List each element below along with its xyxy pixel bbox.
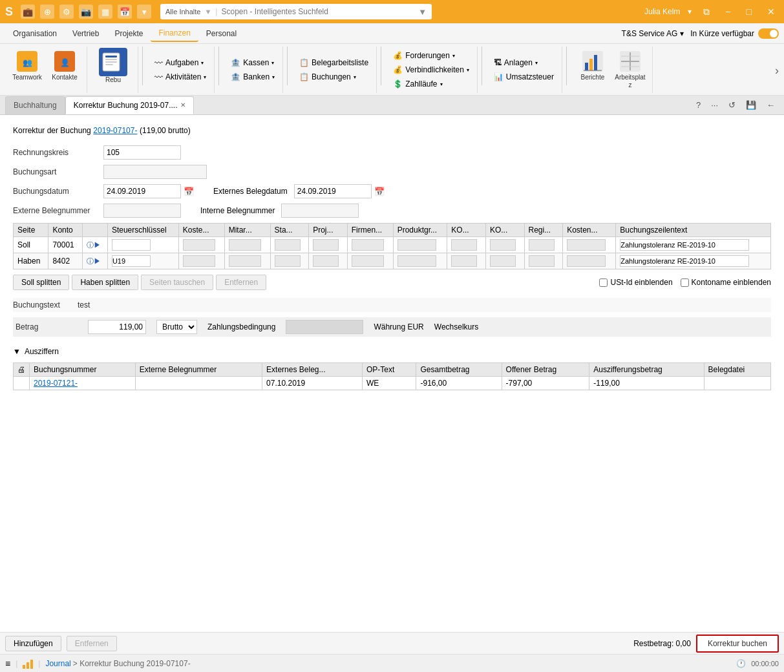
menu-organisation[interactable]: Organisation	[5, 26, 65, 41]
arow-buchungsnummer-link[interactable]: 2019-07121-	[34, 379, 78, 388]
ribbon-buchungen-button[interactable]: 📋 Buchungen ▾	[295, 70, 360, 84]
row1-mitar-input[interactable]	[229, 239, 261, 251]
menu-personal[interactable]: Personal	[198, 26, 244, 41]
interne-belegnummer-input[interactable]	[281, 204, 359, 218]
buchungsdatum-input[interactable]	[103, 184, 181, 198]
ribbon-umsatzsteuer-button[interactable]: 📊 Umsatzsteuer	[490, 70, 558, 84]
kontoname-checkbox[interactable]	[681, 278, 689, 287]
camera-icon[interactable]: 📷	[79, 5, 93, 19]
row1-produktgr-input[interactable]	[397, 239, 436, 251]
restore-button[interactable]: ⧉	[699, 6, 714, 17]
haben-splitten-button[interactable]: Haben splitten	[72, 275, 138, 290]
briefcase-icon[interactable]: 💼	[21, 5, 35, 19]
row1-proj-input[interactable]	[313, 239, 339, 251]
statusbar-menu-icon[interactable]: ≡	[5, 658, 10, 669]
ribbon-forderungen-button[interactable]: 💰 Forderungen ▾	[389, 48, 459, 63]
ribbon-rebu-button[interactable]: Rebu	[94, 47, 132, 85]
ribbon-kassen-button[interactable]: 🏦 Kassen ▾	[227, 56, 278, 70]
buchungsart-input[interactable]	[103, 165, 207, 179]
externe-belegnummer-input[interactable]	[103, 204, 181, 218]
row2-ko2-input[interactable]	[490, 255, 516, 267]
row1-icon[interactable]: ⓘ▶	[82, 237, 107, 253]
minimize-button[interactable]: −	[721, 6, 734, 17]
search-input[interactable]	[221, 7, 414, 16]
menu-projekte[interactable]: Projekte	[107, 26, 151, 41]
ribbon-verbindlichkeiten-button[interactable]: 💰 Verbindlichkeiten ▾	[389, 63, 473, 77]
betrag-input[interactable]	[88, 320, 146, 334]
row2-mitar-input[interactable]	[229, 255, 261, 267]
row1-sta-input[interactable]	[275, 239, 301, 251]
ribbon-berichte-button[interactable]: Berichte	[575, 47, 611, 84]
soll-splitten-button[interactable]: Soll splitten	[13, 275, 69, 290]
ausziffern-header[interactable]: ▼ Ausziffern	[13, 344, 771, 359]
row1-ko1-input[interactable]	[451, 239, 477, 251]
close-button[interactable]: ✕	[763, 6, 779, 17]
ribbon-aktivitaeten-button[interactable]: 〰 Aktivitäten ▾	[151, 70, 210, 84]
row2-firmen-input[interactable]	[352, 255, 384, 267]
row1-ko2-input[interactable]	[490, 239, 516, 251]
row1-regi-input[interactable]	[529, 239, 555, 251]
back-button[interactable]: ←	[763, 99, 779, 111]
menu-vertrieb[interactable]: Vertrieb	[65, 26, 107, 41]
buchung-link[interactable]: 2019-07107-	[93, 126, 137, 135]
zahlungsbedingung-input[interactable]	[286, 320, 363, 334]
row1-kostenx-input[interactable]	[567, 239, 606, 251]
externes-belegdatum-input[interactable]	[294, 184, 372, 198]
user-chevron[interactable]: ▾	[688, 7, 692, 16]
korrektur-buchen-button[interactable]: Korrektur buchen	[696, 635, 779, 653]
plus-icon[interactable]: ⊕	[40, 5, 54, 19]
ribbon-anlagen-button[interactable]: 🏗 Anlagen ▾	[490, 56, 542, 70]
seiten-tauschen-button[interactable]: Seiten tauschen	[141, 275, 213, 290]
row2-produktgr-input[interactable]	[397, 255, 436, 267]
ribbon-kontakte-button[interactable]: 👤 Kontakte	[47, 47, 83, 84]
help-button[interactable]: ?	[692, 99, 705, 111]
row1-kosten-input[interactable]	[183, 239, 215, 251]
row1-buchungstext[interactable]	[616, 237, 771, 253]
ribbon-banken-button[interactable]: 🏦 Banken ▾	[227, 70, 279, 84]
externes-belegdatum-calendar-icon[interactable]: 📅	[374, 187, 385, 196]
row2-kosten-input[interactable]	[183, 255, 215, 267]
save-button[interactable]: 💾	[742, 99, 760, 111]
tab-korrektur-buchung[interactable]: Korrektur Buchung 2019-07.... ✕	[65, 96, 194, 114]
breadcrumb-journal-link[interactable]: Journal	[45, 659, 70, 668]
statusbar-chart[interactable]	[23, 658, 33, 669]
menu-finanzen[interactable]: Finanzen	[151, 25, 198, 42]
availability-switch[interactable]	[758, 28, 779, 39]
row1-steuerschluessel-input[interactable]	[112, 239, 151, 251]
buchungsdatum-calendar-icon[interactable]: 📅	[184, 187, 194, 196]
row2-kostenx-input[interactable]	[567, 255, 606, 267]
refresh-button[interactable]: ↺	[725, 99, 739, 111]
row2-steuerschluessel-input[interactable]	[112, 255, 151, 267]
tab-buchhaltung[interactable]: Buchhaltung	[5, 96, 65, 114]
cog-icon[interactable]: ⚙	[59, 5, 74, 19]
entfernen-button[interactable]: Entfernen	[216, 275, 266, 290]
search-dropdown-icon[interactable]: ▼	[418, 7, 427, 17]
ribbon-teamwork-button[interactable]: 👥 Teamwork	[9, 47, 45, 84]
row2-regi-input[interactable]	[529, 255, 555, 267]
ribbon-aufgaben-button[interactable]: 〰 Aufgaben ▾	[151, 56, 207, 70]
rechnungskreis-input[interactable]	[103, 145, 181, 160]
bottom-entfernen-button[interactable]: Entfernen	[67, 636, 117, 651]
ribbon-more[interactable]: ›	[775, 64, 779, 78]
brutto-select[interactable]: Brutto Netto	[156, 320, 197, 334]
tab-korrektur-close[interactable]: ✕	[180, 101, 185, 109]
table-icon[interactable]: ▦	[98, 5, 112, 19]
ribbon-belegarbeitsliste-button[interactable]: 📋 Belegarbeitsliste	[295, 56, 372, 70]
row1-firmen-input[interactable]	[352, 239, 384, 251]
user-menu[interactable]: Julia Kelm	[644, 7, 680, 16]
hinzufuegen-button[interactable]: Hinzufügen	[5, 636, 61, 651]
chevron-down-icon[interactable]: ▾	[137, 5, 151, 19]
row2-ko1-input[interactable]	[451, 255, 477, 267]
maximize-button[interactable]: □	[743, 6, 756, 17]
calendar-icon[interactable]: 📅	[118, 5, 132, 19]
more-button[interactable]: ···	[707, 99, 722, 111]
row2-buchungstext[interactable]	[616, 253, 771, 269]
ribbon-zahllaeufe-button[interactable]: 💲 Zahlläufe ▾	[389, 77, 446, 91]
row2-proj-input[interactable]	[313, 255, 339, 267]
company-selector[interactable]: T&S Service AG ▾	[622, 29, 684, 38]
ust-id-checkbox[interactable]	[599, 278, 608, 287]
row1-buchungstext-input[interactable]	[620, 239, 749, 251]
row2-buchungstext-input[interactable]	[620, 255, 749, 267]
ribbon-arbeitsplatz-button[interactable]: Arbeitsplatz	[612, 47, 648, 92]
row2-sta-input[interactable]	[275, 255, 301, 267]
